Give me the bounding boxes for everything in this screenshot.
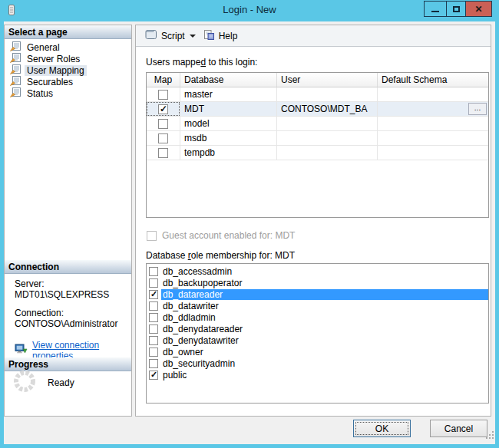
- sidebar-item-server-roles[interactable]: Server Roles: [5, 53, 131, 64]
- role-list-item[interactable]: db_accessadmin: [147, 265, 488, 277]
- dialog-body: Select a page GeneralServer RolesUser Ma…: [4, 21, 495, 444]
- select-page-header: Select a page: [5, 25, 131, 39]
- progress-status: Ready: [48, 377, 74, 388]
- users-table-body: masterMDTCONTOSO\MDT_BA...modelmsdbtempd…: [147, 87, 488, 160]
- connection-header: Connection: [5, 260, 131, 274]
- connection-label: Connection:: [15, 308, 129, 318]
- database-cell[interactable]: msdb: [180, 131, 277, 145]
- role-label: db_datareader: [161, 289, 488, 300]
- connection-value: CONTOSO\Administrator: [15, 318, 129, 329]
- role-checkbox[interactable]: [149, 371, 158, 380]
- cancel-button[interactable]: Cancel: [430, 420, 487, 437]
- role-checkbox[interactable]: [149, 324, 158, 334]
- script-label: Script: [161, 31, 185, 41]
- table-row[interactable]: tempdb: [147, 146, 488, 160]
- map-checkbox[interactable]: [158, 133, 168, 143]
- minimize-button[interactable]: [424, 1, 447, 17]
- role-checkbox[interactable]: [149, 348, 158, 357]
- map-checkbox[interactable]: [158, 119, 168, 129]
- role-list-item[interactable]: db_denydatawriter: [147, 334, 488, 346]
- table-row[interactable]: model: [147, 117, 488, 131]
- users-table-header: MapDatabaseUserDefault Schema: [147, 73, 488, 87]
- role-list-item[interactable]: db_denydatareader: [147, 323, 488, 334]
- server-label: Server:: [15, 278, 129, 289]
- guest-account-label: Guest account enabled for: MDT: [162, 230, 295, 241]
- database-cell[interactable]: model: [180, 117, 277, 130]
- column-header[interactable]: Default Schema: [378, 73, 488, 87]
- sidebar-item-general[interactable]: General: [5, 41, 131, 53]
- column-header[interactable]: Map: [147, 73, 180, 87]
- role-checkbox[interactable]: [149, 290, 158, 299]
- connection-panel: Server: MDT01\SQLEXPRESS Connection: CON…: [15, 278, 129, 361]
- database-cell[interactable]: MDT: [180, 102, 277, 116]
- role-checkbox[interactable]: [149, 313, 158, 322]
- sidebar-item-label: General: [25, 42, 62, 53]
- resize-grip[interactable]: [485, 429, 494, 443]
- schema-cell[interactable]: [378, 131, 488, 145]
- user-mapping-page: Users mapped to this login: MapDatabaseU…: [136, 47, 491, 416]
- table-row[interactable]: master: [147, 87, 488, 102]
- schema-cell[interactable]: ...: [378, 102, 488, 116]
- maximize-icon: [453, 6, 460, 12]
- role-list-item[interactable]: public: [147, 369, 488, 380]
- user-cell[interactable]: [277, 146, 378, 160]
- table-row[interactable]: msdb: [147, 131, 488, 146]
- role-list-item[interactable]: db_ddladmin: [147, 311, 488, 323]
- database-cell[interactable]: tempdb: [180, 146, 277, 160]
- role-list-item[interactable]: db_securityadmin: [147, 357, 488, 369]
- guest-account-row: Guest account enabled for: MDT: [147, 230, 295, 241]
- role-label: db_securityadmin: [161, 358, 488, 369]
- role-membership-list[interactable]: db_accessadmindb_backupoperatordb_datare…: [146, 263, 489, 404]
- role-list-item[interactable]: db_backupoperator: [147, 277, 488, 288]
- page-icon: [10, 76, 21, 88]
- map-checkbox[interactable]: [158, 90, 168, 100]
- help-button[interactable]: Help: [200, 27, 241, 45]
- table-row[interactable]: MDTCONTOSO\MDT_BA...: [147, 102, 488, 117]
- ok-button[interactable]: OK: [353, 420, 411, 437]
- user-cell[interactable]: CONTOSO\MDT_BA: [277, 102, 378, 116]
- close-button[interactable]: ✕: [465, 1, 492, 17]
- sidebar-item-label: Securables: [25, 77, 75, 87]
- progress-spinner-icon: [12, 369, 37, 397]
- role-checkbox[interactable]: [149, 336, 158, 345]
- users-mapped-table[interactable]: MapDatabaseUserDefault Schema masterMDTC…: [146, 72, 489, 218]
- login-new-dialog: Login - New ✕ Select a page GeneralServe…: [0, 0, 499, 448]
- sidebar-item-user-mapping[interactable]: User Mapping: [5, 64, 131, 76]
- map-cell: [147, 87, 180, 101]
- help-icon: [203, 29, 215, 43]
- sidebar-item-status[interactable]: Status: [5, 87, 131, 99]
- user-cell[interactable]: [277, 87, 378, 101]
- maximize-button[interactable]: [446, 1, 466, 17]
- server-value: MDT01\SQLEXPRESS: [15, 289, 129, 300]
- browse-schema-button[interactable]: ...: [468, 103, 487, 115]
- database-cell[interactable]: master: [180, 87, 277, 101]
- map-checkbox[interactable]: [158, 148, 168, 158]
- schema-cell[interactable]: [378, 117, 488, 130]
- role-label: public: [161, 370, 488, 380]
- user-cell[interactable]: [277, 117, 378, 130]
- role-checkbox[interactable]: [149, 359, 158, 368]
- page-icon: [10, 87, 21, 100]
- user-cell[interactable]: [277, 131, 378, 145]
- schema-cell[interactable]: [378, 87, 488, 101]
- script-dropdown-arrow[interactable]: [190, 35, 196, 38]
- map-checkbox[interactable]: [158, 104, 168, 114]
- role-list-item[interactable]: db_datareader: [147, 288, 488, 300]
- script-button[interactable]: Script: [141, 27, 188, 44]
- schema-cell[interactable]: [378, 146, 488, 160]
- role-checkbox[interactable]: [149, 278, 158, 288]
- sidebar-item-label: User Mapping: [25, 65, 87, 76]
- help-label: Help: [219, 31, 238, 41]
- sidebar-item-securables[interactable]: Securables: [5, 76, 131, 87]
- page-icon: [10, 64, 21, 77]
- column-header[interactable]: User: [277, 73, 378, 87]
- map-cell: [147, 117, 180, 130]
- role-list-item[interactable]: db_owner: [147, 346, 488, 357]
- column-header[interactable]: Database: [180, 73, 277, 87]
- role-checkbox[interactable]: [149, 301, 158, 311]
- role-label: db_denydatawriter: [161, 335, 488, 346]
- role-list-item[interactable]: db_datawriter: [147, 300, 488, 311]
- titlebar[interactable]: Login - New ✕: [0, 0, 499, 21]
- role-checkbox[interactable]: [149, 267, 158, 276]
- toolbar: Script Help: [136, 25, 491, 47]
